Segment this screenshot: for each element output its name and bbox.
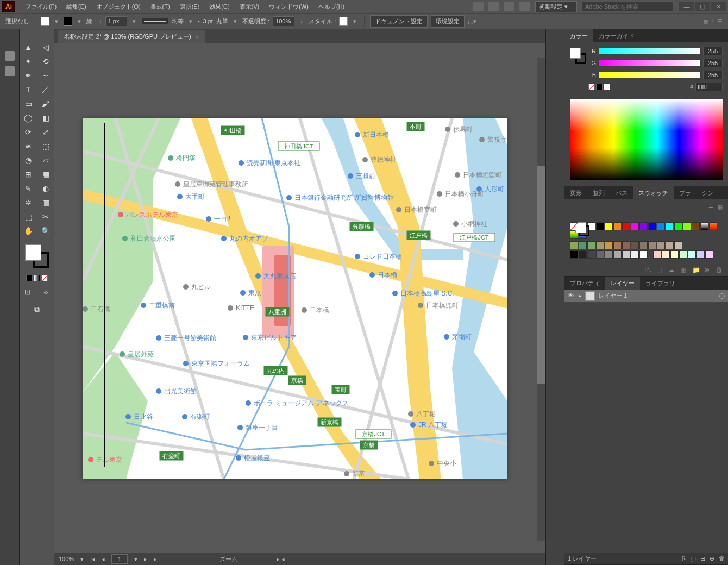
shaper-tool[interactable]: ◯ bbox=[20, 111, 37, 125]
eraser-tool[interactable]: ◧ bbox=[37, 111, 54, 125]
zoom-dropdown[interactable]: ▾ bbox=[80, 556, 84, 563]
swatch-delete-icon[interactable]: 🗑 bbox=[716, 266, 724, 274]
swatch-gradient[interactable] bbox=[700, 222, 708, 230]
tab-properties[interactable]: プロパティ bbox=[564, 277, 605, 290]
close-button[interactable]: ✕ bbox=[711, 2, 726, 11]
swatch[interactable] bbox=[622, 250, 630, 259]
style-dropdown[interactable]: ▾ bbox=[351, 18, 359, 25]
new-sublayer-icon[interactable]: ⊟ bbox=[700, 555, 705, 562]
gradient-mode[interactable] bbox=[34, 275, 40, 281]
options-icon[interactable]: ☰ bbox=[717, 18, 723, 25]
paintbrush-tool[interactable]: 🖌 bbox=[37, 97, 54, 111]
r-slider[interactable] bbox=[599, 48, 700, 54]
swatch[interactable] bbox=[662, 250, 670, 259]
dash-dropdown[interactable]: ▾ bbox=[187, 18, 194, 25]
artboard-page-input[interactable] bbox=[111, 554, 128, 564]
hex-input[interactable] bbox=[695, 83, 723, 91]
swatch[interactable] bbox=[631, 222, 639, 230]
magic-wand-tool[interactable]: ✦ bbox=[20, 54, 37, 68]
b-value[interactable] bbox=[703, 71, 723, 79]
selection-tool[interactable]: ▲ bbox=[20, 40, 37, 54]
menu-window[interactable]: ウィンドウ(W) bbox=[265, 1, 313, 13]
tab-swatches[interactable]: スウォッチ bbox=[633, 186, 674, 200]
hand-tool[interactable]: ✋ bbox=[20, 224, 37, 238]
fill-dropdown[interactable]: ▾ bbox=[53, 18, 60, 25]
swatch-group-icon[interactable]: ▦ bbox=[680, 266, 688, 274]
swatch[interactable] bbox=[587, 241, 595, 249]
swatch[interactable] bbox=[622, 222, 630, 230]
mesh-tool[interactable]: ⊞ bbox=[20, 167, 37, 181]
dock-icon-2[interactable] bbox=[5, 66, 15, 76]
g-slider[interactable] bbox=[599, 60, 700, 66]
new-layer-icon[interactable]: ⊕ bbox=[710, 555, 714, 562]
swatch[interactable] bbox=[696, 250, 705, 259]
grid-view-icon[interactable]: ▦ bbox=[717, 204, 723, 218]
menu-object[interactable]: オブジェクト(O) bbox=[92, 1, 145, 13]
swatch[interactable] bbox=[688, 250, 696, 259]
swatch-new-folder-icon[interactable]: 📁 bbox=[692, 266, 700, 274]
screen-mode[interactable]: ⊡ bbox=[20, 285, 36, 299]
swatch[interactable] bbox=[674, 241, 682, 249]
swatch[interactable] bbox=[683, 222, 691, 230]
artboard-tool[interactable]: ⬚ bbox=[20, 210, 37, 224]
type-tool[interactable]: T bbox=[20, 83, 37, 97]
color-spectrum[interactable] bbox=[570, 99, 723, 180]
tab-color-guide[interactable]: カラーガイド bbox=[593, 29, 640, 43]
expand-icon[interactable]: ▸ bbox=[579, 292, 582, 299]
layer-row[interactable]: 👁 ▸ レイヤー 1 bbox=[564, 290, 728, 303]
menu-effect[interactable]: 効果(C) bbox=[205, 1, 234, 13]
free-transform-tool[interactable]: ⬚ bbox=[37, 139, 54, 153]
tab-align[interactable]: 整列 bbox=[587, 186, 610, 200]
swatch[interactable] bbox=[657, 241, 665, 249]
menu-edit[interactable]: 編集(E) bbox=[62, 1, 91, 13]
style-swatch[interactable] bbox=[339, 17, 348, 26]
swatch[interactable] bbox=[613, 222, 622, 230]
locate-icon[interactable]: ⎘ bbox=[682, 555, 686, 562]
document-setup-button[interactable]: ドキュメント設定 bbox=[370, 15, 428, 28]
swatch[interactable] bbox=[666, 222, 674, 230]
workspace-dropdown[interactable]: 初期設定 ▾ bbox=[535, 1, 577, 12]
swatch-lib-icon[interactable]: In. bbox=[644, 266, 652, 274]
change-screen-mode[interactable]: ⧉ bbox=[28, 302, 46, 316]
delete-layer-icon[interactable]: 🗑 bbox=[719, 555, 725, 562]
menu-file[interactable]: ファイル(F) bbox=[21, 1, 61, 13]
tab-symbols[interactable]: シン bbox=[696, 186, 719, 200]
rectangle-tool[interactable]: ▭ bbox=[20, 97, 37, 111]
swatch[interactable] bbox=[613, 241, 622, 249]
stock-icon[interactable] bbox=[488, 2, 499, 11]
minimize-button[interactable]: — bbox=[679, 2, 694, 11]
tab-path[interactable]: パス bbox=[610, 186, 633, 200]
opacity-input[interactable] bbox=[273, 16, 294, 26]
menu-view[interactable]: 表示(V) bbox=[235, 1, 264, 13]
swatch-none[interactable] bbox=[570, 222, 578, 230]
symbol-sprayer-tool[interactable]: ✲ bbox=[20, 196, 37, 210]
search-input[interactable] bbox=[581, 1, 674, 12]
document-tab[interactable]: 名称未設定-2* @ 100% (RGB/GPU プレビュー) × bbox=[58, 30, 205, 43]
nav-next-icon[interactable]: ▸ bbox=[144, 556, 147, 563]
swatch[interactable] bbox=[674, 222, 682, 230]
swatch-new-icon[interactable]: ⊕ bbox=[704, 266, 712, 274]
play-icon[interactable]: ▸ ◂ bbox=[277, 556, 285, 563]
nav-dropdown[interactable]: ▾ bbox=[134, 556, 137, 563]
swatch[interactable] bbox=[631, 241, 639, 249]
swatch[interactable] bbox=[587, 250, 595, 259]
fill-indicator[interactable] bbox=[25, 244, 41, 261]
fill-stroke-indicator[interactable] bbox=[25, 244, 49, 268]
preferences-button[interactable]: 環境設定 bbox=[431, 15, 465, 28]
align-icon[interactable]: ⬚▾ bbox=[468, 18, 476, 25]
swatch[interactable] bbox=[648, 222, 656, 230]
bridge-icon[interactable] bbox=[473, 2, 484, 11]
swatch[interactable] bbox=[679, 250, 687, 259]
swatch[interactable] bbox=[705, 250, 713, 259]
rotate-tool[interactable]: ⟳ bbox=[20, 125, 37, 139]
direct-selection-tool[interactable]: ◁ bbox=[37, 40, 54, 54]
tab-close-icon[interactable]: × bbox=[196, 34, 199, 40]
isolate-icon[interactable]: ⟟ bbox=[712, 18, 714, 25]
swatch[interactable] bbox=[570, 241, 578, 249]
swatch[interactable] bbox=[639, 241, 648, 249]
color-mode[interactable] bbox=[26, 275, 33, 281]
nav-prev-icon[interactable]: ◂ bbox=[102, 556, 105, 563]
maximize-button[interactable]: ▢ bbox=[695, 2, 710, 11]
slice-tool[interactable]: ✂ bbox=[37, 210, 54, 224]
list-view-icon[interactable]: ☰ bbox=[708, 204, 714, 218]
